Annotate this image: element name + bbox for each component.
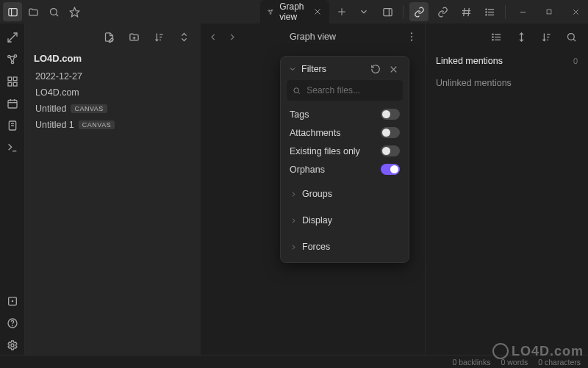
- svg-point-24: [486, 9, 487, 10]
- outgoing-links-icon[interactable]: [433, 2, 452, 21]
- svg-point-61: [411, 40, 412, 41]
- svg-point-52: [12, 325, 12, 326]
- right-sidebar-toggle-icon[interactable]: [378, 2, 397, 21]
- chevron-right-icon: [290, 190, 298, 198]
- toggle-switch[interactable]: [381, 145, 400, 156]
- chevron-right-icon: [290, 217, 298, 225]
- svg-point-26: [486, 14, 487, 15]
- svg-marker-4: [70, 7, 79, 17]
- section-groups[interactable]: Groups: [285, 183, 404, 205]
- status-backlinks[interactable]: 0 backlinks: [453, 358, 491, 367]
- file-item[interactable]: Untitled 1 CANVAS: [31, 117, 195, 133]
- sort-icon[interactable]: [149, 27, 168, 46]
- file-name: LO4D.com: [35, 87, 79, 98]
- linked-mentions-row[interactable]: Linked mentions 0: [426, 50, 588, 72]
- filter-search[interactable]: [287, 80, 403, 101]
- unlinked-mentions-row[interactable]: Unlinked mentions: [426, 72, 588, 94]
- left-sidebar-toggle-icon[interactable]: [3, 2, 22, 21]
- file-name: Untitled 1: [35, 120, 74, 130]
- nav-forward-icon[interactable]: [226, 32, 237, 43]
- svg-line-9: [270, 10, 271, 12]
- svg-line-77: [573, 39, 576, 41]
- toggle-orphans: Orphans: [285, 160, 404, 178]
- window-minimize-button[interactable]: [512, 1, 534, 22]
- vault-folder-icon[interactable]: [24, 2, 43, 21]
- toggle-existing-files: Existing files only: [285, 142, 404, 160]
- file-item[interactable]: Untitled CANVAS: [31, 101, 195, 117]
- chevron-down-icon[interactable]: [288, 65, 297, 73]
- svg-point-69: [492, 34, 492, 35]
- right-sidebar: Linked mentions 0 Unlinked mentions: [425, 24, 588, 355]
- toggle-label: Tags: [290, 109, 381, 120]
- vault-name[interactable]: LO4D.com: [25, 50, 201, 68]
- backlinks-icon[interactable]: [409, 2, 429, 21]
- svg-line-35: [12, 57, 14, 62]
- collapse-results-icon[interactable]: [487, 27, 506, 46]
- pane-title: Graph view: [290, 32, 336, 42]
- status-characters[interactable]: 0 characters: [538, 358, 581, 367]
- window-close-button[interactable]: [564, 1, 587, 22]
- svg-point-71: [492, 39, 492, 40]
- svg-point-64: [294, 87, 299, 93]
- svg-line-65: [298, 92, 299, 93]
- graph-view-pane[interactable]: Graph view Filters: [201, 24, 425, 355]
- toggle-switch[interactable]: [381, 127, 400, 138]
- nav-back-icon[interactable]: [208, 32, 219, 43]
- reset-filters-icon[interactable]: [369, 64, 382, 74]
- new-note-icon[interactable]: [99, 27, 118, 46]
- canvas-badge: CANVAS: [71, 104, 107, 113]
- svg-point-60: [411, 36, 412, 37]
- close-panel-icon[interactable]: [387, 65, 400, 74]
- filter-search-input[interactable]: [306, 85, 397, 95]
- svg-line-36: [10, 56, 14, 57]
- linked-mentions-count: 0: [573, 57, 578, 65]
- help-icon[interactable]: [3, 314, 22, 333]
- tab-graph-view[interactable]: Graph view: [260, 0, 329, 24]
- tags-pane-icon[interactable]: [456, 2, 476, 21]
- canvas-icon[interactable]: [3, 72, 22, 91]
- settings-icon[interactable]: [3, 336, 22, 355]
- svg-point-53: [11, 344, 14, 347]
- svg-rect-41: [8, 100, 17, 108]
- graph-icon: [268, 7, 273, 17]
- svg-line-18: [468, 7, 469, 15]
- toggle-switch[interactable]: [381, 164, 400, 175]
- show-more-context-icon[interactable]: [512, 27, 531, 46]
- new-folder-icon[interactable]: [124, 27, 143, 46]
- status-words[interactable]: 0 words: [501, 358, 528, 367]
- status-bar: 0 backlinks 0 words 0 characters: [0, 355, 588, 368]
- graph-view-icon[interactable]: [3, 50, 22, 69]
- quick-switcher-icon[interactable]: [3, 28, 22, 47]
- svg-line-34: [10, 57, 12, 62]
- section-label: Display: [302, 215, 332, 226]
- chevron-right-icon: [290, 243, 298, 251]
- tab-history-dropdown-icon[interactable]: [354, 2, 373, 21]
- window-maximize-button[interactable]: [538, 1, 560, 22]
- divider: [505, 5, 506, 18]
- svg-point-2: [50, 8, 57, 15]
- tab-close-icon[interactable]: [313, 7, 322, 16]
- starred-icon[interactable]: [65, 2, 84, 21]
- outline-icon[interactable]: [480, 2, 499, 21]
- file-name: 2022-12-27: [35, 71, 82, 82]
- toggle-switch[interactable]: [381, 109, 400, 120]
- section-forces[interactable]: Forces: [285, 236, 404, 258]
- daily-note-icon[interactable]: [3, 94, 22, 113]
- templates-icon[interactable]: [3, 116, 22, 135]
- pane-more-icon[interactable]: [406, 31, 417, 43]
- collapse-expand-icon[interactable]: [174, 27, 193, 46]
- toggle-label: Attachments: [290, 128, 381, 138]
- sort-order-icon[interactable]: [537, 27, 556, 46]
- svg-point-25: [486, 11, 487, 12]
- svg-rect-39: [8, 82, 12, 86]
- file-item[interactable]: LO4D.com: [31, 84, 195, 101]
- new-tab-button[interactable]: [329, 7, 354, 17]
- search-icon[interactable]: [44, 2, 63, 21]
- section-display[interactable]: Display: [285, 209, 404, 231]
- command-palette-icon[interactable]: [3, 138, 22, 157]
- svg-point-59: [411, 32, 412, 34]
- show-search-icon[interactable]: [562, 27, 581, 46]
- file-item[interactable]: 2022-12-27: [31, 68, 195, 84]
- toggle-attachments: Attachments: [285, 123, 404, 142]
- vault-switcher-icon[interactable]: [3, 292, 22, 311]
